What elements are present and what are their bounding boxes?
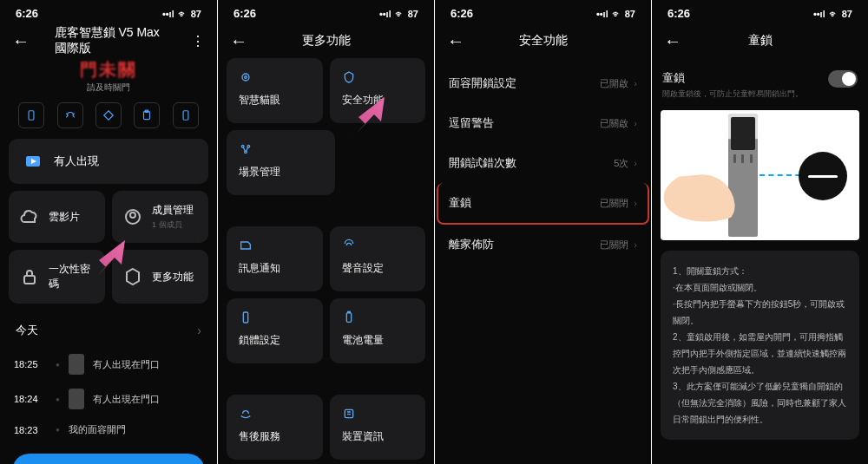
svg-point-7 [130,212,135,218]
svg-rect-15 [346,313,351,323]
presence-label: 有人出現 [54,154,99,169]
page-title: 更多功能 [302,33,351,49]
quick-icon-1[interactable] [18,102,44,128]
setting-row-面容開鎖設定[interactable]: 面容開鎖設定已開啟 › [438,63,648,103]
tile-icon [239,239,253,252]
tile-鎖體設定[interactable]: 鎖體設定 [227,298,323,363]
status-time: 6:26 [16,7,38,20]
setting-label: 開鎖試錯次數 [449,155,516,171]
event-time: 18:23 [14,425,47,435]
svg-rect-8 [24,276,35,284]
tile-label: 聲音設定 [342,261,414,276]
tile-安全功能[interactable]: 安全功能 [330,58,426,123]
tile-label: 智慧貓眼 [239,93,311,108]
setting-row-離家佈防[interactable]: 離家佈防已關閉 › [438,225,648,265]
childlock-toggle[interactable] [828,70,858,88]
chevron-icon: › [634,78,637,88]
nav-bar: ← 更多功能 [218,23,434,58]
video-card[interactable]: 雲影片 [9,191,105,243]
presence-card[interactable]: 有人出現 [9,139,208,184]
childlock-sub: 開啟童鎖後，可防止兒童輕易開鎖出門。 [662,88,803,100]
event-text: 有人出現在門口 [93,393,160,406]
tile-label: 鎖體設定 [239,333,311,348]
status-bar: 6:26 ••ılᯤ87 [0,0,217,23]
quick-icon-5[interactable] [173,102,199,128]
setting-value: 已關閉 › [600,197,637,210]
setting-value: 已關啟 › [600,117,637,130]
event-time: 18:25 [14,359,47,369]
more-icon[interactable]: ⋮ [191,33,205,49]
chevron-icon: › [634,118,637,128]
svg-point-9 [242,74,249,81]
slide-unlock-button[interactable]: 滑到右邊開鎖 [12,454,205,464]
phone-screen-3: 6:26 ••ılᯤ87 ← 安全功能 面容開鎖設定已開啟 ›逗留警告已關啟 ›… [434,0,651,464]
more-hex-icon [122,266,143,287]
warning-sub: 請及時關門 [9,82,208,94]
status-icons: ••ılᯤ87 [379,9,418,19]
setting-label: 離家佈防 [449,237,494,252]
tile-電池電量[interactable]: 電池電量 [330,298,426,363]
setting-row-童鎖[interactable]: 童鎖已關閉 › [437,183,649,225]
presence-icon [23,151,43,172]
tile-label: 電池電量 [342,333,414,348]
svg-point-13 [245,151,247,154]
tile-售後服務[interactable]: 售後服務 [227,395,323,460]
setting-label: 童鎖 [449,195,471,211]
event-thumb [69,389,84,409]
more-card[interactable]: 更多功能 [112,250,208,304]
status-bar: 6:26 ••ılᯤ87 [435,0,651,23]
svg-rect-0 [29,111,34,121]
status-bar: 6:26 ••ılᯤ87 [652,0,868,23]
event-row[interactable]: 18:24●有人出現在門口 [9,382,208,416]
quick-icon-row [9,102,208,139]
tile-訊息通知[interactable]: 訊息通知 [227,226,323,291]
childlock-header: 童鎖 開啟童鎖後，可防止兒童輕易開鎖出門。 [652,58,868,107]
tile-聲音設定[interactable]: 聲音設定 [330,226,426,291]
status-time: 6:26 [233,7,256,20]
chevron-icon: › [197,323,201,337]
tile-裝置資訊[interactable]: 裝置資訊 [330,395,426,460]
setting-row-開鎖試錯次數[interactable]: 開鎖試錯次數5次 › [438,143,648,183]
tile-label: 場景管理 [239,165,323,180]
tile-label: 安全功能 [342,93,414,108]
members-label: 成員管理 [152,203,194,218]
quick-icon-4[interactable] [134,102,160,128]
svg-rect-3 [183,111,188,121]
tile-場景管理[interactable]: 場景管理 [227,130,335,195]
back-icon[interactable]: ← [664,31,681,51]
nav-bar: ← 童鎖 [652,23,868,58]
svg-point-10 [245,76,247,79]
tile-icon [342,310,356,324]
chevron-icon: › [634,239,637,250]
illustration [661,110,859,240]
tile-icon [342,407,356,421]
lock-icon [19,266,40,287]
quick-icon-3[interactable] [95,102,122,128]
members-sub: 1 個成員 [152,219,194,231]
video-label: 雲影片 [49,210,80,225]
back-icon[interactable]: ← [12,31,30,51]
tile-icon [239,310,253,324]
chevron-icon: › [634,198,637,208]
status-time: 6:26 [667,7,690,20]
page-title: 安全功能 [519,33,568,49]
setting-label: 面容開鎖設定 [449,75,516,91]
tile-icon [342,239,356,252]
status-icons: ••ılᯤ87 [596,9,635,19]
back-icon[interactable]: ← [447,31,464,51]
svg-rect-14 [243,312,247,323]
today-section[interactable]: 今天 › [9,310,208,347]
members-card[interactable]: 成員管理 1 個成員 [112,191,208,243]
event-row[interactable]: 18:25●有人出現在門口 [9,347,208,382]
quick-icon-2[interactable] [57,102,83,128]
status-icons: ••ılᯤ87 [162,9,201,19]
otp-card[interactable]: 一次性密碼 [9,250,105,304]
setting-row-逗留警告[interactable]: 逗留警告已關啟 › [438,103,648,143]
cloud-icon [19,206,40,227]
back-icon[interactable]: ← [230,31,247,51]
event-row[interactable]: 18:23●我的面容開門 [9,416,208,443]
chevron-icon: › [634,158,637,168]
tile-智慧貓眼[interactable]: 智慧貓眼 [227,58,323,123]
page-title: 鹿客智慧鎖 V5 Max 國際版 [55,25,163,56]
phone-screen-1: 6:26 ••ılᯤ87 ← 鹿客智慧鎖 V5 Max 國際版 ⋮ 門未關 請及… [0,0,217,464]
